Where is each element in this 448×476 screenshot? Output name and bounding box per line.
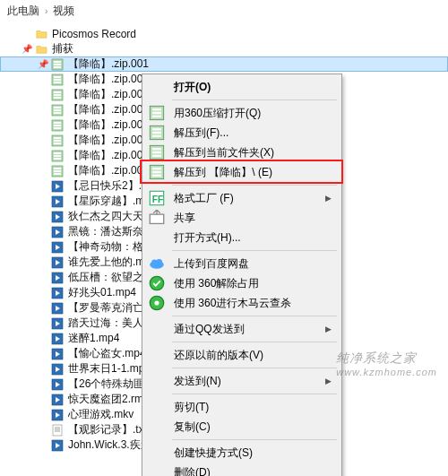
zip-icon: [149, 106, 165, 120]
zip-icon: [50, 150, 65, 162]
vid-icon: [50, 180, 65, 193]
menu-item-label: 使用 360解除占用: [174, 276, 259, 291]
vid-icon: [50, 317, 65, 330]
menu-separator: [172, 316, 337, 316]
vid-icon: [50, 378, 65, 391]
menu-item-label: 共享: [174, 211, 195, 226]
file-name: 【降临】.zip.002: [68, 72, 149, 87]
menu-item[interactable]: 共享: [145, 208, 339, 228]
file-name: 世界末日1-1.mp4: [68, 361, 151, 376]
menu-item[interactable]: 剪切(T): [145, 397, 339, 417]
zip-icon: [50, 89, 65, 101]
zip-icon: [50, 165, 65, 177]
file-name: 【降临】.zip.006: [68, 133, 149, 148]
menu-item[interactable]: 删除(D): [145, 463, 339, 476]
sh2-icon: [149, 296, 165, 310]
menu-open[interactable]: 打开(O): [145, 77, 339, 97]
file-name: 【降临】.zip.004: [68, 102, 149, 117]
menu-item[interactable]: 解压到(F)...: [145, 123, 339, 143]
menu-item-label: 解压到当前文件夹(X): [174, 145, 274, 160]
cloud-icon: [149, 256, 165, 271]
menu-item-label: 打开方式(H)...: [174, 230, 241, 246]
menu-item[interactable]: 用360压缩打开(Q): [145, 103, 339, 123]
menu-item[interactable]: 发送到(N): [145, 371, 339, 391]
menu-item[interactable]: 创建快捷方式(S): [145, 443, 339, 463]
menu-item[interactable]: 解压到 【降临】\ (E): [145, 162, 339, 182]
menu-item-label: 发送到(N): [174, 374, 221, 389]
vid-icon: [50, 439, 65, 452]
vid-icon: [50, 256, 65, 269]
chevron-right-icon: ›: [45, 6, 47, 16]
file-name: 【降临】.zip.005: [68, 117, 149, 133]
vid-icon: [50, 211, 65, 223]
sh1-icon: [149, 276, 165, 290]
zip-icon: [149, 145, 165, 160]
menu-item-label: 解压到 【降临】\ (E): [174, 165, 272, 180]
menu-item-label: 还原以前的版本(V): [174, 348, 263, 363]
vid-icon: [50, 302, 65, 315]
zip-icon: [50, 104, 65, 117]
vid-icon: [50, 333, 65, 345]
breadcrumb-folder[interactable]: 视频: [53, 4, 74, 19]
zip-icon: [50, 58, 65, 71]
menu-item[interactable]: 使用 360进行木马云查杀: [145, 293, 339, 313]
vid-icon: [50, 348, 65, 360]
vid-icon: [50, 287, 65, 299]
menu-item[interactable]: 使用 360解除占用: [145, 273, 339, 293]
folder-icon: [34, 43, 48, 56]
vid-icon: [50, 226, 65, 238]
menu-item-label: 上传到百度网盘: [174, 256, 249, 272]
zip-icon: [50, 134, 65, 147]
vid-icon: [50, 409, 65, 421]
menu-separator: [172, 368, 337, 368]
menu-separator: [172, 342, 337, 342]
file-name: 【降临】.zip.008: [68, 163, 149, 178]
menu-separator: [172, 439, 337, 440]
menu-item[interactable]: 格式工厂 (F): [145, 188, 339, 208]
menu-item-label: 用360压缩打开(Q): [174, 106, 261, 121]
ff-icon: [149, 191, 165, 205]
breadcrumb-root[interactable]: 此电脑: [7, 4, 39, 19]
zip-icon: [50, 74, 65, 86]
file-name: 迷醉1.mp4: [68, 331, 119, 346]
vid-icon: [50, 195, 65, 208]
file-name: 【降临】.zip.001: [68, 56, 149, 72]
folder-name: Picosmos Record: [52, 28, 136, 40]
menu-item-label: 剪切(T): [174, 400, 209, 415]
menu-separator: [172, 185, 337, 186]
pin-icon: 📌: [38, 59, 47, 69]
file-name: 【观影记录】.txt: [68, 422, 147, 437]
menu-item[interactable]: 通过QQ发送到: [145, 319, 339, 339]
menu-item[interactable]: 还原以前的版本(V): [145, 345, 339, 365]
vid-icon: [50, 363, 65, 376]
file-name: 好兆头01.mp4: [68, 285, 136, 300]
folder-row[interactable]: 📌捕获: [0, 41, 448, 56]
menu-item[interactable]: 上传到百度网盘: [145, 254, 339, 273]
context-menu: 打开(O) 用360压缩打开(Q)解压到(F)...解压到当前文件夹(X)解压到…: [142, 74, 342, 476]
menu-item-label: 删除(D): [174, 465, 211, 477]
file-name: 【降临】.zip.003: [68, 87, 149, 102]
watermark: 纯净系统之家 www.kzmhome.com: [336, 351, 437, 377]
menu-item[interactable]: 打开方式(H)...: [145, 228, 339, 247]
txt-icon: [50, 424, 65, 437]
breadcrumb[interactable]: 此电脑 › 视频: [0, 0, 448, 22]
file-name: 心理游戏.mkv: [68, 407, 134, 422]
menu-item-label: 解压到(F)...: [174, 125, 228, 141]
zip-icon: [149, 125, 165, 140]
menu-item-label: 通过QQ发送到: [174, 322, 245, 337]
menu-item[interactable]: 复制(C): [145, 417, 339, 437]
file-name: 【愉心盗女.mp4: [68, 346, 146, 361]
share-icon: [149, 211, 165, 225]
folder-icon: [34, 28, 48, 40]
menu-item[interactable]: 解压到当前文件夹(X): [145, 143, 339, 162]
zip-icon: [149, 165, 165, 179]
file-row-selected[interactable]: 📌【降临】.zip.001: [0, 56, 448, 72]
folder-row[interactable]: Picosmos Record: [0, 26, 448, 41]
menu-separator: [172, 394, 337, 394]
zip-icon: [50, 119, 65, 132]
menu-item-label: 格式工厂 (F): [174, 191, 234, 206]
menu-separator: [172, 100, 337, 100]
menu-item-label: 复制(C): [174, 420, 211, 435]
folder-name: 捕获: [52, 41, 73, 56]
vid-icon: [50, 272, 65, 284]
